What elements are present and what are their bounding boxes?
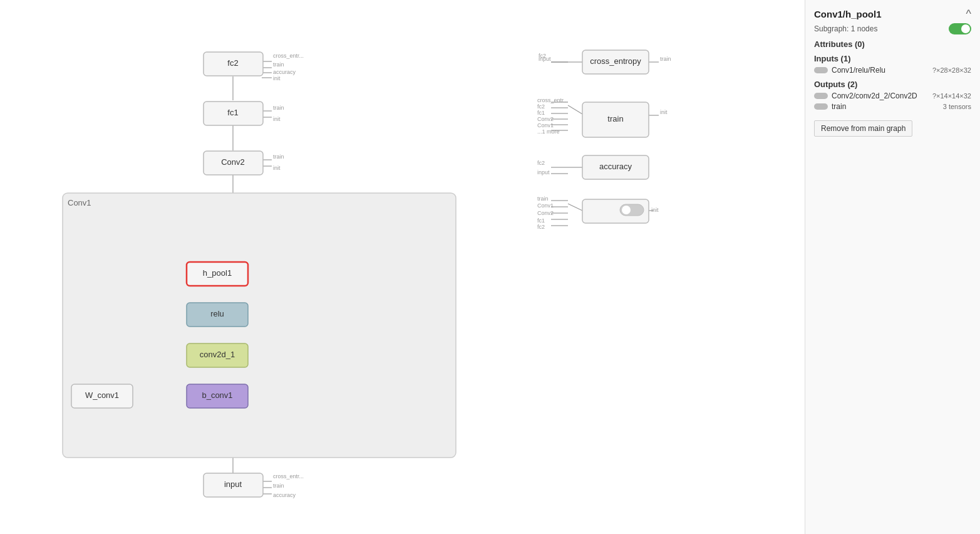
svg-rect-82 — [63, 193, 456, 458]
output-tensor-shape-0: ?×14×14×32 — [932, 92, 971, 100]
output-row-1: train 3 tensors — [814, 102, 971, 111]
inputs-section-title: Inputs (1) — [814, 54, 971, 63]
panel-header: Conv1/h_pool1 ^ — [814, 8, 971, 21]
svg-text:accuracy: accuracy — [273, 492, 296, 498]
graph-area: train init train init train train train … — [0, 0, 805, 534]
node-train-label: train — [607, 114, 623, 123]
svg-line-50 — [568, 105, 582, 114]
svg-text:Conv2: Conv2 — [537, 210, 554, 216]
svg-text:fc2: fc2 — [537, 160, 545, 166]
node-conv2-label: Conv2 — [221, 157, 245, 167]
svg-text:train: train — [273, 154, 284, 160]
svg-text:cross_entr...: cross_entr... — [273, 53, 304, 59]
svg-line-70 — [568, 204, 582, 211]
output-tensor-icon-0 — [814, 93, 828, 99]
init-label: init — [651, 207, 659, 213]
attributes-section-title: Attributes (0) — [814, 39, 971, 49]
node-accuracy-label: accuracy — [599, 162, 632, 171]
remove-from-main-graph-button[interactable]: Remove from main graph — [814, 120, 912, 137]
subgraph-conv1-label: Conv1 — [68, 198, 91, 207]
svg-text:accuracy: accuracy — [273, 69, 296, 75]
output-row-0: Conv2/conv2d_2/Conv2D ?×14×14×32 — [814, 92, 971, 100]
svg-text:fc1: fc1 — [537, 110, 545, 116]
svg-text:init: init — [273, 165, 281, 171]
node-relu-label: relu — [210, 309, 224, 318]
svg-text:cross_entr...: cross_entr... — [273, 473, 304, 479]
svg-text:train: train — [660, 56, 671, 62]
subgraph-toggle[interactable] — [949, 23, 971, 34]
output-tensor-icon-1 — [814, 103, 828, 110]
node-w-conv1-label: W_conv1 — [85, 390, 119, 400]
svg-text:fc2: fc2 — [537, 224, 545, 230]
output-tensor-name-1: train — [832, 102, 943, 111]
outputs-section-title: Outputs (2) — [814, 80, 971, 89]
svg-text:fc2: fc2 — [539, 53, 546, 59]
input-row-0: Conv1/relu/Relu ?×28×28×32 — [814, 66, 971, 75]
init-toggle-knob — [622, 206, 631, 214]
svg-text:train: train — [273, 483, 284, 489]
node-cross-entropy-label: cross_entropy — [590, 56, 641, 66]
svg-text:init: init — [273, 116, 281, 122]
node-conv2d1-label: conv2d_1 — [200, 350, 235, 359]
graph-svg: train init train init train train train … — [0, 0, 805, 534]
panel-subgraph-info: Subgraph: 1 nodes — [814, 23, 971, 34]
right-panel: Conv1/h_pool1 ^ Subgraph: 1 nodes Attrib… — [805, 0, 980, 534]
svg-text:train: train — [273, 105, 284, 111]
input-tensor-icon-0 — [814, 67, 828, 73]
panel-close-button[interactable]: ^ — [966, 8, 971, 21]
svg-text:fc1: fc1 — [537, 217, 545, 224]
svg-text:Conv1: Conv1 — [537, 202, 554, 209]
node-fc2-label: fc2 — [227, 58, 238, 68]
node-h-pool1-label: h_pool1 — [203, 268, 232, 278]
svg-text:train: train — [273, 61, 284, 68]
svg-text:Conv1: Conv1 — [537, 122, 554, 128]
svg-text:fc2: fc2 — [537, 103, 545, 110]
svg-text:...1 more: ...1 more — [537, 128, 560, 135]
node-b-conv1-label: b_conv1 — [202, 390, 232, 400]
svg-text:init: init — [273, 75, 281, 81]
svg-text:init: init — [660, 109, 668, 115]
output-tensor-name-0: Conv2/conv2d_2/Conv2D — [832, 92, 932, 100]
svg-text:Conv2: Conv2 — [537, 116, 554, 122]
svg-text:train: train — [537, 196, 549, 202]
subgraph-text: Subgraph: 1 nodes — [814, 24, 877, 33]
node-input-label: input — [224, 479, 242, 489]
input-tensor-name-0: Conv1/relu/Relu — [832, 66, 932, 75]
input-tensor-shape-0: ?×28×28×32 — [932, 66, 971, 74]
panel-title: Conv1/h_pool1 — [814, 9, 882, 19]
output-tensor-count-1: 3 tensors — [943, 103, 971, 110]
node-fc1-label: fc1 — [227, 108, 238, 117]
svg-text:input: input — [537, 169, 550, 175]
